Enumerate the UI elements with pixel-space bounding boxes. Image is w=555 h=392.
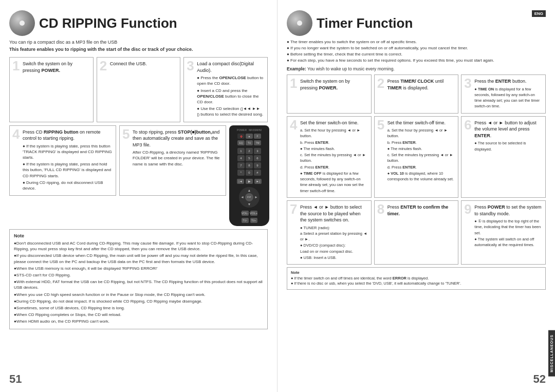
remote-transport-row: |◄ ▶ ►| [237,179,262,184]
remote-nav-ring: ▲ ▼ ◄ ► ENT [239,187,260,208]
note-item-9: ●When CD Ripping completes or Stops, the… [14,312,263,318]
remote-num-4[interactable]: 4 [237,155,245,161]
timer-step-5-bullets: a. Set the hour by pressing ◄ or ► butto… [387,127,455,182]
timer-note-title: Note [291,270,300,275]
remote-num-5[interactable]: 5 [246,155,253,161]
timer-steps-row1: 1 Switch the system on by pressing POWER… [287,74,546,114]
timer-step-3-content: Press the ENTER button. ● TIME ON is dis… [474,78,542,109]
eng-badge: ENG [532,10,546,17]
nav-up[interactable]: ▲ [248,189,251,192]
note-title-left: Note [14,233,263,239]
remote-eq-btn[interactable]: EQ [237,140,245,145]
step-1-number: 1 [12,59,20,72]
timer-intro-3: ● Before setting the timer, check that t… [287,51,546,58]
timer-step-5-number: 5 [377,118,384,132]
timer-step-6-number: 6 [464,118,471,132]
remote-control-left: POWER MASSMINI ⏻ ▲ F EQ TU TM 1 2 3 4 5 [229,125,268,226]
timer-step-2-number: 2 [377,77,384,90]
remote-tuning-down[interactable]: TU- [242,218,249,223]
remote-next-btn[interactable]: ►| [254,179,262,184]
remote-tuning-row: TU- TU+ [242,218,257,223]
timer-note-2: ● If there is no disc or usb, when you s… [291,281,542,287]
cd-ripping-subtitle: You can rip a compact disc as a MP3 file… [9,39,268,53]
timer-step-9-number: 9 [464,202,471,216]
timer-step-6-content: Press ◄ or ► button to adjust the volume… [474,120,542,152]
timer-function-title: Timer Function [317,16,413,31]
note-item-8: ●Sometimes, some of USB devices, CD Ripp… [14,305,263,311]
remote-timer-btn[interactable]: TM [254,140,261,145]
timer-function-header: Timer Function [287,10,546,36]
nav-right[interactable]: ► [254,195,258,199]
remote-num-3[interactable]: 3 [254,148,261,154]
remote-tuner-btn[interactable]: TU [246,140,253,145]
remote-numpad: 1 2 3 4 5 6 7 8 9 * 0 # [237,148,261,176]
nav-left[interactable]: ◄ [240,195,244,199]
remote-tuning-up[interactable]: TU+ [250,218,257,223]
right-page: ENG Timer Function ● The timer enables y… [278,0,555,392]
timer-step-8-number: 8 [377,202,384,216]
remote-num-9[interactable]: 9 [254,162,261,169]
cd-ripping-title: CD RIPPING Function [39,16,177,31]
note-item-7: ●During CD Ripping, do not deal impact. … [14,298,263,304]
remote-prev-btn[interactable]: |◄ [237,179,244,184]
disc-icon-right [287,10,312,36]
step-5-box: 5 To stop ripping, press STOP(■)button,a… [119,125,226,196]
timer-steps-row2: 4 Set the timer switch-on time. a. Set t… [287,116,546,198]
remote-body: POWER MASSMINI ⏻ ▲ F EQ TU TM 1 2 3 4 5 [229,125,269,226]
remote-power-btn[interactable]: ⏻ [237,134,245,139]
timer-step-5-box: 5 Set the timer switch-off time. a. Set … [374,116,459,198]
step-4-content: Press CD RIPPING button on remote contro… [23,129,112,192]
timer-step-4-content: Set the timer switch-on time. a. Set the… [300,120,367,194]
note-box-left: Note ●Don't disconnected USB and AC Cord… [9,229,268,329]
remote-num-8[interactable]: 8 [246,162,253,169]
note-item-6: ●When you use CD high speed search funct… [14,292,263,297]
remote-num-hash[interactable]: # [254,170,261,176]
step-1-box: 1 Switch the system on by pressing POWER… [9,57,94,122]
remote-num-0[interactable]: 0 [246,170,253,176]
remote-vol-row: VOL- VOL+ [242,211,257,216]
remote-vol-down[interactable]: VOL- [242,211,249,216]
left-page: CD RIPPING Function You can rip a compac… [0,0,278,392]
remote-num-6[interactable]: 6 [254,155,261,161]
remote-vol-up[interactable]: VOL+ [250,211,257,216]
disc-icon-left [9,10,35,36]
step-3-number: 3 [187,59,194,72]
remote-open-btn[interactable]: ▲ [246,134,253,139]
remote-num-2[interactable]: 2 [246,148,253,154]
timer-intro-bullets: ● The timer enables you to switch the sy… [287,39,546,64]
note-item-5: ●With external HDD, FAT format the USB c… [14,279,263,290]
step-4-bullets: ● If the system is playing state, press … [23,143,112,192]
step-5-content: To stop ripping, press STOP(■)button,and… [133,129,222,167]
misc-badge: MISCELLANEOUS [548,330,555,377]
timer-step-1-box: 1 Switch the system on by pressing POWER… [287,74,372,114]
note-item-10: ●When HDMI audio on, the CD RIPPING can'… [14,319,263,324]
nav-down[interactable]: ▼ [248,202,251,206]
timer-step-1-content: Switch the system on by pressing POWER. [300,78,367,91]
remote-func-btn[interactable]: F [254,134,261,139]
timer-step-1-number: 1 [290,77,297,90]
timer-step-7-content: Press ◄ or ► button to select the source… [300,204,367,260]
remote-play-btn[interactable]: ▶ [246,179,253,184]
timer-step-3-note: ● TIME ON is displayed for a few seconds… [474,86,542,109]
step-5-bullets: After CD-Ripping, a directory named 'RIP… [133,150,222,167]
step-2-content: Connect the USB. [110,61,177,67]
timer-intro-4: ● For each step, you have a few seconds … [287,58,546,64]
step-2-number: 2 [100,59,107,72]
step-3-box: 3 Load a compact disc(Digital Audio). ● … [183,57,268,122]
page-number-left: 51 [9,372,22,386]
timer-intro-2: ● If you no longer want the system to be… [287,45,546,51]
step-1-content: Switch the system on by pressing POWER. [23,61,89,73]
remote-num-1[interactable]: 1 [237,148,245,154]
remote-num-star[interactable]: * [237,170,245,176]
timer-step-9-box: 9 Press POWER to set the system to stand… [461,200,546,265]
timer-step-7-number: 7 [290,202,297,216]
timer-step-4-number: 4 [290,118,297,132]
remote-num-7[interactable]: 7 [237,162,245,169]
timer-step-6-box: 6 Press ◄ or ► button to adjust the volu… [461,116,546,198]
timer-step-7-box: 7 Press ◄ or ► button to select the sour… [287,200,372,265]
remote-enter-btn[interactable]: ENT [245,193,253,201]
timer-step-4-box: 4 Set the timer switch-on time. a. Set t… [287,116,372,198]
step-3-bullets: ● Press the OPEN/CLOSE button to open th… [197,75,264,117]
note-item-2: ●If you disconnected USB device when CD … [14,253,263,264]
timer-step-3-box: 3 Press the ENTER button. ● TIME ON is d… [461,74,546,114]
